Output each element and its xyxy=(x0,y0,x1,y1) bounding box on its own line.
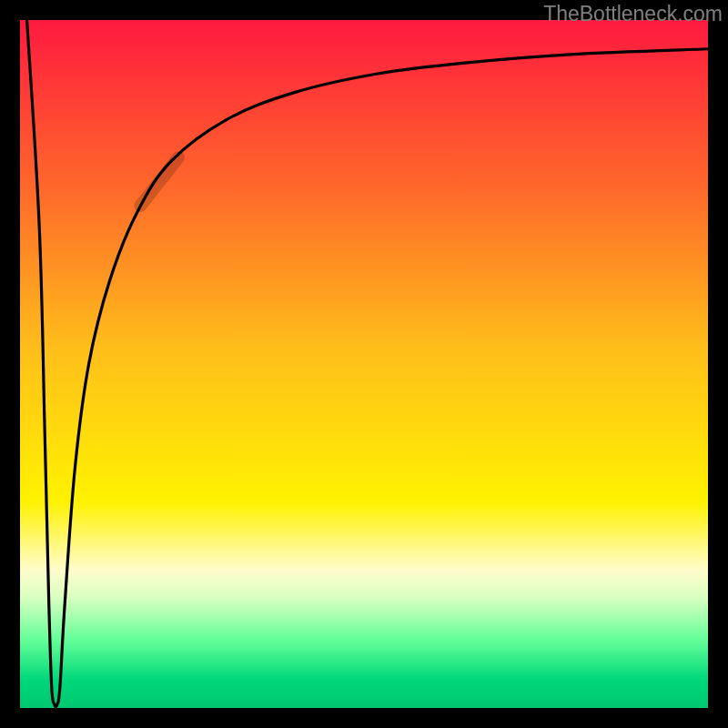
bottleneck-chart xyxy=(0,0,728,728)
plot-background xyxy=(20,20,708,708)
chart-container: TheBottleneck.com xyxy=(0,0,728,728)
watermark-text: TheBottleneck.com xyxy=(543,2,723,26)
